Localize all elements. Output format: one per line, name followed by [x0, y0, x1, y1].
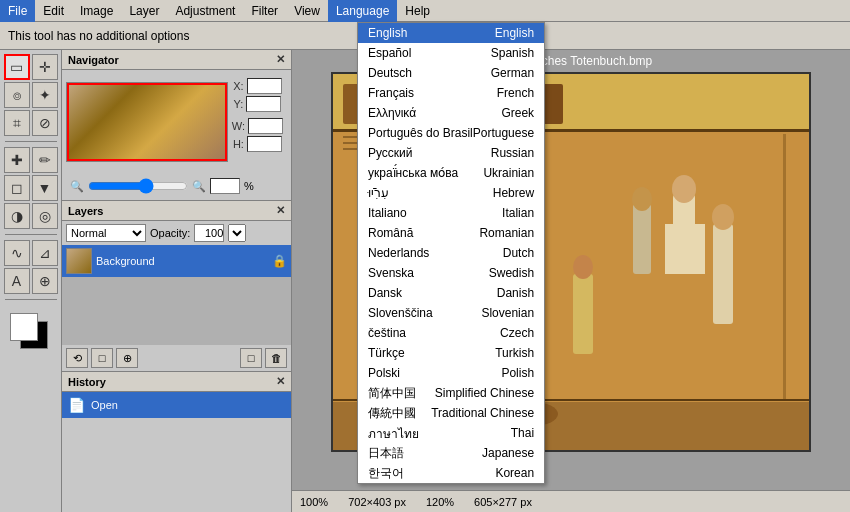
opacity-input[interactable]: 100 — [194, 224, 224, 242]
lang-english-russian: Russian — [491, 146, 534, 160]
menu-help[interactable]: Help — [397, 0, 438, 22]
tool-magic-wand[interactable]: ✦ — [32, 82, 58, 108]
lang-english-danish: Danish — [497, 286, 534, 300]
foreground-color[interactable] — [10, 313, 38, 341]
tool-row-5: ◻ ▼ — [4, 175, 58, 201]
menu-edit[interactable]: Edit — [35, 0, 72, 22]
lang-item-italian[interactable]: Italiano Italian — [358, 203, 544, 223]
y-label: Y: — [233, 98, 243, 110]
x-label: X: — [233, 80, 243, 92]
menu-adjustment[interactable]: Adjustment — [167, 0, 243, 22]
lang-item-german[interactable]: Deutsch German — [358, 63, 544, 83]
tool-row-8: A ⊕ — [4, 268, 58, 294]
lang-item-portuguese[interactable]: Português do Brasil Portuguese — [358, 123, 544, 143]
w-input[interactable] — [248, 118, 283, 134]
opacity-unit-select[interactable]: ▾ — [228, 224, 246, 242]
lang-english-czech: Czech — [500, 326, 534, 340]
menu-view[interactable]: View — [286, 0, 328, 22]
menubar: File Edit Image Layer Adjustment Filter … — [0, 0, 850, 22]
tool-smudge[interactable]: ∿ — [4, 240, 30, 266]
svg-point-26 — [712, 204, 734, 230]
y-input[interactable] — [246, 96, 281, 112]
lang-item-french[interactable]: Français French — [358, 83, 544, 103]
tool-move[interactable]: ✛ — [32, 54, 58, 80]
lang-item-ukrainian[interactable]: украї́нська мо́ва Ukrainian — [358, 163, 544, 183]
lang-item-korean[interactable]: 한국어 Korean — [358, 463, 544, 483]
lang-item-romanian[interactable]: Română Romanian — [358, 223, 544, 243]
tool-row-6: ◑ ◎ — [4, 203, 58, 229]
lang-item-spanish[interactable]: Español Spanish — [358, 43, 544, 63]
lang-item-slovenian[interactable]: Slovenščina Slovenian — [358, 303, 544, 323]
history-close[interactable]: ✕ — [276, 375, 285, 388]
tool-path[interactable]: ⊿ — [32, 240, 58, 266]
lang-item-greek[interactable]: Ελληνικά Greek — [358, 103, 544, 123]
lang-item-danish[interactable]: Dansk Danish — [358, 283, 544, 303]
lang-item-turkish[interactable]: Türkçe Turkish — [358, 343, 544, 363]
menu-layer[interactable]: Layer — [121, 0, 167, 22]
lang-item-japanese[interactable]: 日本語 Japanese — [358, 443, 544, 463]
menu-image[interactable]: Image — [72, 0, 121, 22]
tool-brush[interactable]: ✏ — [32, 147, 58, 173]
tool-blur[interactable]: ◎ — [32, 203, 58, 229]
lang-native-hebrew: עִרִיֿוּ — [368, 186, 389, 200]
layer-add-folder-btn[interactable]: ⟲ — [66, 348, 88, 368]
lang-native-romanian: Română — [368, 226, 413, 240]
tool-rect-select[interactable]: ▭ — [4, 54, 30, 80]
zoom-value-input[interactable]: 120 — [210, 178, 240, 194]
svg-point-15 — [632, 187, 652, 211]
lang-item-hebrew[interactable]: עִרִיֿוּ Hebrew — [358, 183, 544, 203]
layer-mask-btn[interactable]: □ — [91, 348, 113, 368]
toolbar-hint: This tool has no additional options — [8, 29, 189, 43]
layer-item-background[interactable]: Background 🔒 — [62, 245, 291, 277]
opacity-label: Opacity: — [150, 227, 190, 239]
nav-thumb-image — [67, 83, 227, 161]
lang-item-english[interactable]: English English — [358, 23, 544, 43]
tool-crop[interactable]: ⌗ — [4, 110, 30, 136]
menu-file[interactable]: File — [0, 0, 35, 22]
tool-fill[interactable]: ▼ — [32, 175, 58, 201]
lang-native-turkish: Türkçe — [368, 346, 405, 360]
lang-english-hebrew: Hebrew — [493, 186, 534, 200]
color-swatches[interactable] — [10, 313, 52, 351]
layer-delete-btn[interactable]: 🗑 — [265, 348, 287, 368]
history-item-open[interactable]: 📄 Open — [62, 392, 291, 418]
layer-duplicate-btn[interactable]: □ — [240, 348, 262, 368]
tool-dodge[interactable]: ◑ — [4, 203, 30, 229]
layers-close[interactable]: ✕ — [276, 204, 285, 217]
layers-empty-space — [62, 277, 291, 345]
lang-item-russian[interactable]: Русский Russian — [358, 143, 544, 163]
lang-item-traditional-chinese[interactable]: 傳統中國 Traditional Chinese — [358, 403, 544, 423]
status-zoom: 100% — [300, 496, 328, 508]
zoom-max-icon: 🔍 — [192, 180, 206, 193]
lang-native-dutch: Nederlands — [368, 246, 429, 260]
lang-item-thai[interactable]: ภาษาไทย Thai — [358, 423, 544, 443]
layer-lock-icon: 🔒 — [272, 254, 287, 268]
tool-eraser[interactable]: ◻ — [4, 175, 30, 201]
lang-item-polish[interactable]: Polski Polish — [358, 363, 544, 383]
lang-english-ukrainian: Ukrainian — [483, 166, 534, 180]
layer-new-btn[interactable]: ⊕ — [116, 348, 138, 368]
lang-native-russian: Русский — [368, 146, 413, 160]
lang-english-slovenian: Slovenian — [481, 306, 534, 320]
h-input[interactable] — [247, 136, 282, 152]
tool-text[interactable]: A — [4, 268, 30, 294]
tool-eyedropper[interactable]: ⊘ — [32, 110, 58, 136]
h-label: H: — [233, 138, 244, 150]
tool-lasso[interactable]: ⌾ — [4, 82, 30, 108]
lang-native-traditional-chinese: 傳統中國 — [368, 405, 416, 422]
lang-item-czech[interactable]: čeština Czech — [358, 323, 544, 343]
lang-native-slovenian: Slovenščina — [368, 306, 433, 320]
tool-heal[interactable]: ✚ — [4, 147, 30, 173]
menu-filter[interactable]: Filter — [243, 0, 286, 22]
lang-english-turkish: Turkish — [495, 346, 534, 360]
navigator-panel: Navigator ✕ X: Y: — [62, 50, 291, 201]
navigator-close[interactable]: ✕ — [276, 53, 285, 66]
lang-item-dutch[interactable]: Nederlands Dutch — [358, 243, 544, 263]
tool-zoom[interactable]: ⊕ — [32, 268, 58, 294]
x-input[interactable] — [247, 78, 282, 94]
lang-item-swedish[interactable]: Svenska Swedish — [358, 263, 544, 283]
zoom-slider[interactable] — [88, 179, 188, 193]
menu-language[interactable]: Language — [328, 0, 397, 22]
blend-mode-select[interactable]: Normal — [66, 224, 146, 242]
lang-item-simplified-chinese[interactable]: 简体中国 Simplified Chinese — [358, 383, 544, 403]
